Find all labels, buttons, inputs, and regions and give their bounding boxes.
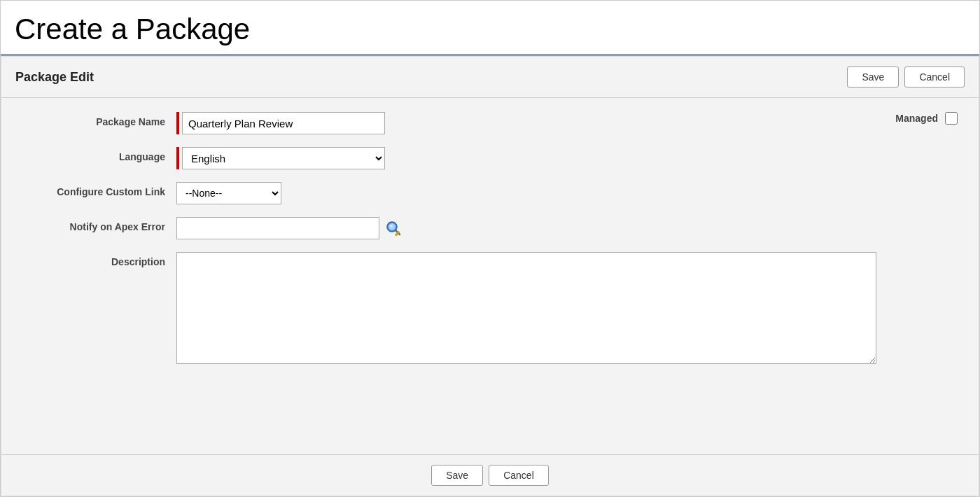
description-textarea[interactable] <box>176 252 876 364</box>
notify-apex-error-label: Notify on Apex Error <box>22 217 176 232</box>
cancel-button-top[interactable]: Cancel <box>904 66 965 88</box>
custom-link-control-wrap: --None-- <box>176 182 958 204</box>
form-panel: Package Edit Save Cancel Package Name Ma… <box>1 56 979 496</box>
description-label: Description <box>22 252 176 267</box>
package-name-input[interactable] <box>182 112 385 134</box>
page-header: Create a Package <box>1 1 979 56</box>
cancel-button-bottom[interactable]: Cancel <box>489 465 549 486</box>
configure-custom-link-label: Configure Custom Link <box>22 182 176 197</box>
notify-apex-control-wrap <box>176 217 958 239</box>
svg-point-2 <box>390 225 393 227</box>
save-button-top[interactable]: Save <box>847 66 899 88</box>
managed-label: Managed <box>895 113 938 124</box>
description-row: Description <box>22 252 958 364</box>
configure-custom-link-row: Configure Custom Link --None-- <box>22 182 958 204</box>
language-control-wrap: English Spanish French German <box>176 147 958 169</box>
panel-title: Package Edit <box>15 70 94 85</box>
managed-wrap: Managed <box>895 112 958 125</box>
page-wrapper: Create a Package Package Edit Save Cance… <box>0 0 980 497</box>
lookup-icon[interactable] <box>384 218 403 238</box>
page-title: Create a Package <box>15 13 965 46</box>
configure-custom-link-select[interactable]: --None-- <box>176 182 281 204</box>
language-row: Language English Spanish French German <box>22 147 958 169</box>
form-body: Package Name Managed Language English <box>1 98 979 454</box>
package-name-control-wrap <box>176 112 853 134</box>
panel-header-buttons: Save Cancel <box>847 66 965 88</box>
description-control-wrap <box>176 252 958 364</box>
panel-header: Package Edit Save Cancel <box>1 57 979 98</box>
save-button-bottom[interactable]: Save <box>431 465 483 486</box>
panel-footer: Save Cancel <box>1 454 979 496</box>
notify-apex-error-input[interactable] <box>176 217 379 239</box>
language-select[interactable]: English Spanish French German <box>182 147 385 169</box>
notify-apex-error-row: Notify on Apex Error <box>22 217 958 239</box>
language-label: Language <box>22 147 176 162</box>
required-indicator-language <box>176 147 179 169</box>
package-name-row: Package Name Managed <box>22 112 958 134</box>
managed-checkbox[interactable] <box>945 112 958 125</box>
required-indicator-name <box>176 112 179 134</box>
package-name-label: Package Name <box>22 112 176 127</box>
